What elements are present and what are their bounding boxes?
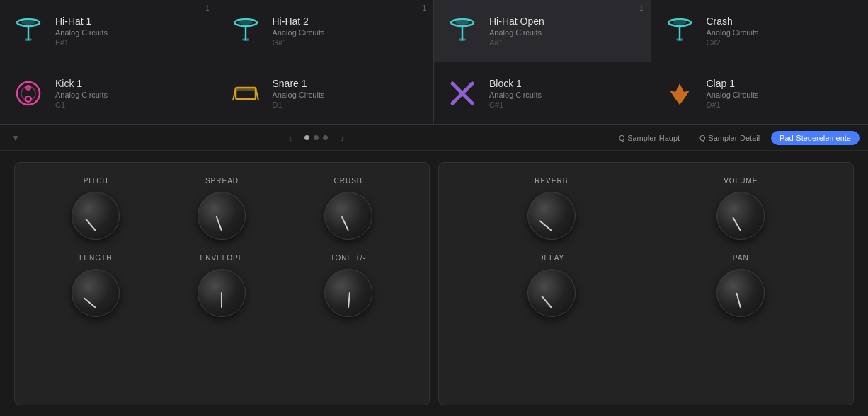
- right-controls-panel: REVERB VOLUME DELAY PAN: [438, 162, 854, 405]
- knob-container-volume: VOLUME: [712, 177, 769, 240]
- nav-tab-pad[interactable]: Pad-Steuerelemente: [771, 131, 860, 145]
- svg-point-13: [673, 21, 687, 25]
- nav-dot-1[interactable]: [304, 135, 309, 140]
- hihat-icon: [229, 14, 263, 48]
- controls-area: PITCH SPREAD CRUSH LENGTH ENVELOPE TONE …: [0, 151, 868, 416]
- pad-cell-block1[interactable]: Block 1 Analog Circuits C#1: [434, 62, 651, 125]
- pad-note-kick1: C1: [55, 100, 108, 109]
- svg-point-1: [21, 21, 35, 25]
- knob-container-pitch: PITCH: [67, 177, 124, 240]
- kick-icon: [11, 76, 45, 110]
- pad-name-clap1: Clap 1: [707, 78, 759, 89]
- pad-info-block1: Block 1 Analog Circuits C#1: [489, 78, 542, 109]
- svg-point-18: [25, 85, 31, 91]
- pad-note-block1: C#1: [489, 100, 542, 109]
- knob-delay[interactable]: [527, 269, 576, 317]
- left-controls-panel: PITCH SPREAD CRUSH LENGTH ENVELOPE TONE …: [14, 162, 430, 405]
- pad-info-snare1: Snare 1 Analog Circuits D1: [273, 78, 325, 109]
- pad-grid: Hi-Hat 1 Analog Circuits F#1 1 Hi-Hat 2 …: [0, 0, 868, 125]
- pad-info-hihat2: Hi-Hat 2 Analog Circuits G#1: [273, 16, 325, 47]
- knob-tone[interactable]: [324, 269, 372, 317]
- svg-point-9: [455, 21, 469, 25]
- crash-icon: [663, 14, 697, 48]
- nav-tab-detail[interactable]: Q-Sampler-Detail: [691, 131, 768, 145]
- knob-crush[interactable]: [324, 192, 372, 240]
- pad-preset-hihat1: Analog Circuits: [55, 28, 108, 37]
- nav-tabs: Q-Sampler-HauptQ-Sampler-DetailPad-Steue…: [610, 131, 860, 145]
- knob-pitch[interactable]: [72, 192, 120, 240]
- knob-reverb[interactable]: [527, 192, 576, 240]
- pad-name-hihatopen: Hi-Hat Open: [489, 16, 544, 27]
- pad-info-clap1: Clap 1 Analog Circuits D#1: [707, 78, 759, 109]
- knob-envelope[interactable]: [198, 269, 246, 317]
- pad-cell-snare1[interactable]: Snare 1 Analog Circuits D1: [217, 62, 435, 125]
- pad-note-clap1: D#1: [707, 100, 759, 109]
- pad-cell-hihatopen[interactable]: Hi-Hat Open Analog Circuits A#1 1: [434, 0, 651, 62]
- pad-info-crash: Crash Analog Circuits C#2: [707, 16, 759, 47]
- knob-label-tone: TONE +/-: [331, 254, 366, 262]
- svg-point-7: [242, 38, 249, 41]
- knob-container-length: LENGTH: [67, 254, 124, 317]
- knob-label-reverb: REVERB: [535, 177, 568, 185]
- knob-pan[interactable]: [716, 269, 765, 317]
- nav-next-button[interactable]: ›: [336, 131, 348, 145]
- knob-container-envelope: ENVELOPE: [193, 254, 250, 317]
- nav-dots: [304, 135, 328, 140]
- nav-dot-3[interactable]: [323, 135, 328, 140]
- pad-cell-hihat1[interactable]: Hi-Hat 1 Analog Circuits F#1 1: [0, 0, 217, 62]
- pad-cell-hihat2[interactable]: Hi-Hat 2 Analog Circuits G#1 1: [217, 0, 435, 62]
- pad-info-hihatopen: Hi-Hat Open Analog Circuits A#1: [489, 16, 544, 47]
- svg-point-5: [239, 21, 253, 25]
- pad-preset-block1: Analog Circuits: [489, 91, 542, 99]
- pad-name-kick1: Kick 1: [55, 78, 108, 89]
- hihat-icon: [11, 14, 45, 48]
- right-knobs-row2: DELAY PAN: [460, 254, 832, 317]
- knob-volume[interactable]: [716, 192, 765, 240]
- knob-label-length: LENGTH: [79, 254, 113, 262]
- nav-bar: ▼ ‹ › Q-Sampler-HauptQ-Sampler-DetailPad…: [0, 125, 868, 151]
- pad-cell-clap1[interactable]: Clap 1 Analog Circuits D#1: [651, 62, 869, 125]
- pad-name-hihat1: Hi-Hat 1: [55, 16, 108, 27]
- svg-rect-21: [236, 88, 256, 91]
- knob-label-crush: CRUSH: [334, 177, 363, 185]
- hihat-icon: [445, 14, 479, 48]
- knob-container-pan: PAN: [712, 254, 769, 317]
- pad-badge-hihat1: 1: [205, 4, 210, 12]
- knob-length[interactable]: [72, 269, 120, 317]
- knob-label-spread: SPREAD: [205, 177, 239, 185]
- knob-container-reverb: REVERB: [523, 177, 580, 240]
- pad-name-hihat2: Hi-Hat 2: [273, 16, 325, 27]
- block-icon: [445, 76, 479, 110]
- svg-point-19: [25, 96, 31, 102]
- knob-spread[interactable]: [198, 192, 246, 240]
- nav-prev-button[interactable]: ‹: [285, 131, 297, 145]
- pad-name-crash: Crash: [707, 16, 759, 27]
- pad-preset-hihatopen: Analog Circuits: [489, 28, 544, 37]
- knob-label-delay: DELAY: [538, 254, 564, 262]
- svg-point-11: [459, 38, 466, 41]
- pad-info-kick1: Kick 1 Analog Circuits C1: [55, 78, 108, 109]
- knob-container-crush: CRUSH: [320, 177, 377, 240]
- nav-dot-2[interactable]: [314, 135, 319, 140]
- pad-name-block1: Block 1: [489, 78, 542, 89]
- pad-note-crash: C#2: [707, 38, 759, 47]
- pad-preset-kick1: Analog Circuits: [55, 91, 108, 99]
- knob-container-tone: TONE +/-: [320, 254, 377, 317]
- knob-label-envelope: ENVELOPE: [200, 254, 244, 262]
- svg-point-15: [676, 38, 683, 41]
- pad-badge-hihatopen: 1: [639, 4, 644, 12]
- pad-note-hihatopen: A#1: [489, 38, 544, 47]
- pad-note-hihat1: F#1: [55, 38, 108, 47]
- pad-preset-clap1: Analog Circuits: [707, 91, 759, 99]
- pad-note-snare1: D1: [273, 100, 325, 109]
- pad-cell-crash[interactable]: Crash Analog Circuits C#2: [651, 0, 869, 62]
- right-knobs-row1: REVERB VOLUME: [460, 177, 832, 240]
- knob-container-spread: SPREAD: [193, 177, 250, 240]
- pad-cell-kick1[interactable]: Kick 1 Analog Circuits C1: [0, 62, 217, 125]
- clap-icon: [663, 76, 697, 110]
- nav-tab-haupt[interactable]: Q-Sampler-Haupt: [610, 131, 688, 145]
- svg-point-3: [25, 38, 32, 41]
- pad-preset-crash: Analog Circuits: [707, 28, 759, 37]
- collapse-arrow[interactable]: ▼: [8, 131, 23, 145]
- knob-label-pitch: PITCH: [84, 177, 108, 185]
